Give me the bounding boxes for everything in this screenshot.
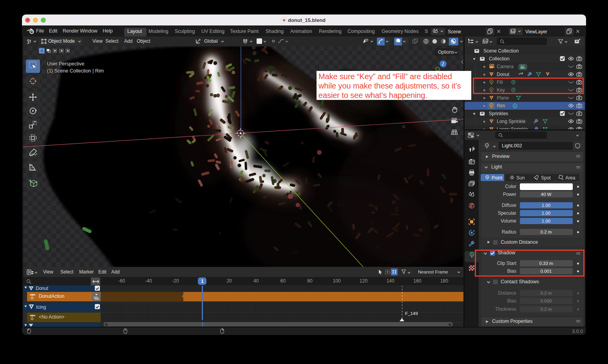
svg-text:Z: Z [442,62,444,66]
